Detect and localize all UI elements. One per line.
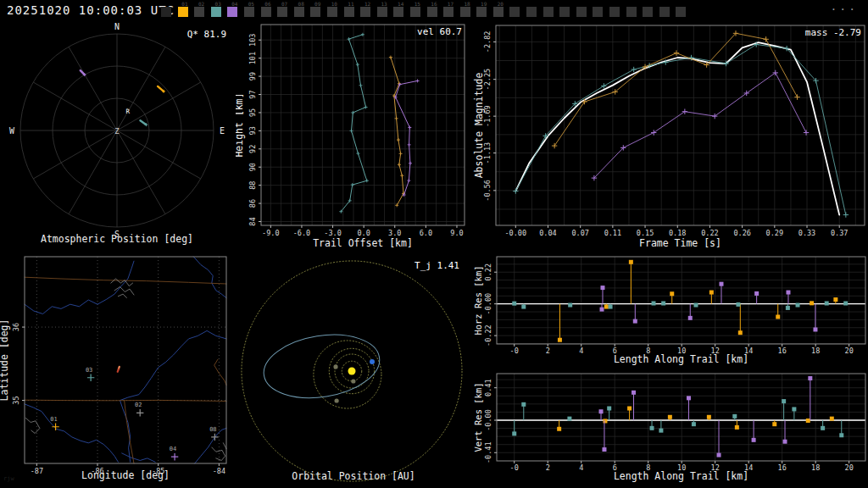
plot-frame (496, 25, 865, 225)
station-indicator-02[interactable]: 02 (194, 1, 204, 17)
x-axis-label: Trail Offset [km] (313, 237, 413, 249)
svg-text:0.41: 0.41 (484, 379, 492, 396)
svg-text:4: 4 (579, 347, 583, 355)
y-axis-ticks: -2.82-2.25-1.69-1.13-0.56 (483, 31, 496, 202)
station-id-label: 01 (181, 1, 187, 7)
orbital-position-panel: T_j 1.41Orbital Position [AU] (236, 254, 471, 488)
station-indicator[interactable] (593, 1, 603, 17)
station-indicator[interactable] (643, 1, 653, 17)
svg-text:86: 86 (248, 199, 257, 208)
station-color-swatch (460, 7, 470, 17)
station-indicator[interactable] (676, 1, 686, 17)
station-color-swatch (344, 7, 354, 17)
svg-text:101: 101 (248, 52, 257, 64)
station-indicator-12[interactable]: 12 (360, 1, 370, 17)
svg-text:-0.00: -0.00 (504, 229, 526, 237)
station-color-swatch (244, 7, 254, 17)
station-indicator[interactable] (576, 1, 587, 17)
station-indicator[interactable] (509, 1, 520, 17)
svg-text:18: 18 (811, 463, 820, 472)
station-id-label: 20 (498, 1, 504, 7)
svg-text:-0: -0 (510, 463, 519, 472)
station-indicator[interactable] (659, 1, 670, 17)
station-indicator-03[interactable]: 03 (211, 1, 221, 17)
svg-text:-2.82: -2.82 (483, 31, 492, 53)
svg-text:0.04: 0.04 (539, 229, 556, 237)
station-indicator-01[interactable]: 01 (178, 1, 188, 17)
station-indicator-06[interactable]: 06 (261, 1, 271, 17)
y-axis-ticks: 0.22-0.00-0.22 (484, 263, 497, 347)
svg-text:20: 20 (845, 463, 854, 472)
station-indicator[interactable] (543, 1, 554, 17)
svg-text:0.26: 0.26 (733, 229, 750, 237)
zenith-label: Z (114, 127, 120, 136)
svg-text:R: R (126, 108, 131, 115)
station-id-label: 13 (381, 1, 387, 7)
svg-text:6.0: 6.0 (420, 229, 432, 237)
svg-text:Length Along Trail [km]: Length Along Trail [km] (614, 353, 748, 365)
station-indicator-05[interactable]: 05 (244, 1, 254, 17)
station-indicator[interactable] (609, 1, 620, 17)
svg-text:0.11: 0.11 (604, 229, 621, 237)
station-indicator-19[interactable]: 19 (476, 1, 487, 17)
svg-text:Frame Time [s]: Frame Time [s] (639, 237, 721, 249)
station-indicator[interactable] (559, 1, 570, 17)
station-color-swatch (194, 7, 204, 17)
overflow-menu-icon[interactable]: ... (831, 0, 858, 13)
station-indicator[interactable] (626, 1, 637, 17)
x-axis-ticks: -0.000.040.070.110.150.180.220.260.290.3… (504, 225, 848, 237)
station-color-swatch (310, 7, 320, 17)
svg-text:-0.56: -0.56 (483, 180, 492, 202)
station-id-label: 17 (448, 1, 453, 7)
residuals-panel: -024681012141618200.22-0.00-0.22Length A… (471, 254, 868, 488)
station-indicator-14[interactable]: 14 (393, 1, 403, 17)
series-station-03 (512, 301, 848, 309)
station-color-swatch (261, 7, 271, 17)
station-color-swatch (393, 7, 403, 17)
series-station-03 (512, 399, 843, 437)
panel-title: mass -2.79 (805, 27, 861, 38)
svg-text:03: 03 (86, 367, 92, 374)
svg-text:-6.0: -6.0 (293, 229, 310, 237)
svg-text:-0.22: -0.22 (484, 324, 492, 347)
station-id-label: 18 (464, 1, 470, 7)
y-axis-ticks: 848688909293959799101103 (248, 34, 261, 226)
light-curve-panel: -0.000.040.070.110.150.180.220.260.290.3… (471, 22, 868, 256)
station-indicator-20[interactable]: 20 (493, 1, 504, 17)
station-indicator-09[interactable]: 09 (310, 1, 320, 17)
station-indicator-07[interactable]: 07 (277, 1, 287, 17)
svg-text:W: W (9, 126, 15, 136)
svg-text:mass -2.79: mass -2.79 (805, 27, 861, 38)
station-indicator-04[interactable]: 04 (227, 1, 237, 17)
svg-text:99: 99 (248, 72, 257, 80)
watermark: rjw (3, 475, 14, 482)
station-indicator-10[interactable]: 10 (327, 1, 337, 17)
station-indicator-11[interactable]: 11 (344, 1, 354, 17)
station-indicator-18[interactable]: 18 (460, 1, 470, 17)
svg-text:0.0: 0.0 (357, 229, 370, 237)
station-indicator-16[interactable]: 16 (427, 1, 437, 17)
station-indicator-17[interactable]: 17 (443, 1, 453, 17)
station-color-swatch (294, 7, 304, 17)
station-color-swatch (277, 7, 287, 17)
station-id-label: 09 (314, 1, 320, 7)
svg-text:35: 35 (12, 396, 20, 404)
station-indicator-08[interactable]: 08 (294, 1, 304, 17)
svg-text:Height [km]: Height [km] (236, 92, 245, 157)
svg-text:90: 90 (248, 163, 257, 171)
station-indicator[interactable] (161, 1, 171, 17)
grid (497, 257, 865, 344)
station-id-label: 12 (364, 1, 370, 7)
station-indicator-15[interactable]: 15 (410, 1, 420, 17)
clock-timestamp: 20251020 10:00:03 UTC (7, 3, 175, 17)
meteor-orbit (259, 327, 384, 406)
station-indicator-13[interactable]: 13 (377, 1, 387, 17)
station-indicator[interactable] (526, 1, 537, 17)
svg-text:Vert Res [km]: Vert Res [km] (473, 382, 483, 452)
svg-text:93: 93 (248, 126, 257, 135)
series-station-04 (600, 282, 818, 332)
svg-text:E: E (220, 126, 225, 136)
x-axis-label: Length Along Trail [km] (614, 353, 748, 365)
y-axis-label: Horz Res [km] (473, 265, 483, 335)
station-color-swatch (659, 7, 670, 17)
